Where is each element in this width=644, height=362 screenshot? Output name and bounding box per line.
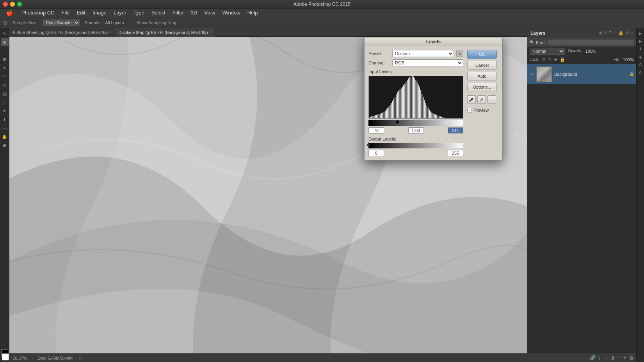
right-icon-6[interactable]: A <box>637 69 644 76</box>
svg-rect-34 <box>408 78 409 118</box>
menu-help[interactable]: Help <box>244 9 261 16</box>
menu-3d[interactable]: 3D <box>188 9 201 16</box>
output-white-slider[interactable] <box>461 142 465 146</box>
input-black-value[interactable] <box>368 127 384 134</box>
layer-thumbnail-background <box>536 66 552 82</box>
channel-select[interactable]: RGB <box>392 59 463 66</box>
input-midtone-slider[interactable] <box>414 119 418 123</box>
white-point-eyedropper[interactable] <box>487 95 496 104</box>
menu-view[interactable]: View <box>201 9 218 16</box>
sample-size-select[interactable]: Point Sample <box>43 19 80 26</box>
input-slider-track[interactable] <box>368 120 463 126</box>
preset-select[interactable]: Custom <box>392 50 454 57</box>
menu-file[interactable]: File <box>59 9 73 16</box>
menu-edit[interactable]: Edit <box>74 9 89 16</box>
close-button[interactable] <box>3 2 8 7</box>
tab-displace-map[interactable]: Displace Map @ 66.7% (Background, RGB/8#… <box>115 28 215 37</box>
brush-tool[interactable]: ✎ <box>1 64 9 72</box>
blend-mode-select[interactable]: Normal <box>530 48 565 55</box>
link-layers-icon[interactable]: 🔗 <box>590 355 596 360</box>
cancel-button[interactable]: Cancel <box>467 61 497 70</box>
black-point-eyedropper[interactable] <box>467 95 476 104</box>
layers-icon-4[interactable]: ⊕ <box>613 30 617 36</box>
text-tool[interactable]: T <box>1 116 9 123</box>
svg-rect-46 <box>423 97 423 118</box>
eyedropper-tool[interactable]: ⊕ <box>1 38 9 46</box>
right-icon-3[interactable]: ℹ <box>637 45 644 52</box>
gray-point-eyedropper[interactable] <box>477 95 486 104</box>
right-icon-5[interactable]: A <box>637 61 644 68</box>
menu-window[interactable]: Window <box>219 9 243 16</box>
auto-button[interactable]: Auto <box>467 72 497 80</box>
input-white-value[interactable] <box>448 127 463 134</box>
svg-rect-36 <box>411 77 411 118</box>
layer-row-background[interactable]: 👁 Background 🔒 <box>527 64 636 84</box>
pen-tool[interactable]: ✒ <box>1 107 9 115</box>
ok-button[interactable]: OK <box>467 50 497 59</box>
layers-icon-3[interactable]: T <box>609 30 612 36</box>
menu-image[interactable]: Image <box>89 9 110 16</box>
layers-icon-6[interactable]: ⚙ <box>625 30 629 36</box>
crop-tool[interactable]: ⊡ <box>1 55 9 63</box>
tab-label-blue-sheet: Blue Sheet.jpg @ 66.7% (Background, RGB/… <box>16 30 108 35</box>
delete-layer-icon[interactable]: 🗑 <box>629 355 634 360</box>
output-slider-track[interactable] <box>368 143 463 148</box>
right-icon-4[interactable]: ◈ <box>637 53 644 60</box>
add-style-icon[interactable]: ƒ <box>599 355 601 360</box>
dodge-tool[interactable]: ○ <box>1 98 9 106</box>
clone-tool[interactable]: ⌥ <box>1 73 9 80</box>
menu-filter[interactable]: Filter <box>169 9 187 16</box>
layers-icon-5[interactable]: 🔒 <box>618 30 624 36</box>
toolbar: ⊕ Sample Size: Point Sample Sample: All … <box>0 17 644 28</box>
right-icon-2[interactable]: ▶ <box>637 37 644 45</box>
layers-icon-2[interactable]: ✎ <box>604 30 607 36</box>
menu-type[interactable]: Type <box>130 9 148 16</box>
lock-artboard-icon[interactable]: ⊕ <box>554 57 557 62</box>
maximize-button[interactable] <box>17 2 22 7</box>
input-black-slider[interactable] <box>395 119 399 123</box>
layer-eye-background[interactable]: 👁 <box>530 72 534 77</box>
output-white-value[interactable] <box>448 150 463 156</box>
layers-collapse[interactable]: ≡ <box>631 30 633 36</box>
eraser-tool[interactable]: ◻ <box>1 81 9 89</box>
background-color[interactable] <box>2 353 9 360</box>
gradient-tool[interactable]: ▤ <box>1 90 9 98</box>
preview-checkbox[interactable]: ✓ <box>467 108 472 112</box>
adjustment-layer-icon[interactable]: ◑ <box>610 355 614 360</box>
group-layers-icon[interactable]: □ <box>617 355 620 360</box>
menu-layer[interactable]: Layer <box>110 9 130 16</box>
layers-search-bar: 🔍 Kind <box>527 38 636 47</box>
add-mask-icon[interactable]: ○ <box>604 355 607 360</box>
right-icon-1[interactable]: ▶ <box>637 30 644 37</box>
hand-tool[interactable]: ✋ <box>1 133 9 141</box>
lock-icons-group: ⊡ ✎ ⊕ 🔒 <box>542 57 565 62</box>
lock-pixels-icon[interactable]: ⊡ <box>542 57 546 62</box>
output-values-row <box>368 150 463 156</box>
options-button[interactable]: Options... <box>467 83 497 91</box>
layer-name-background: Background <box>554 72 627 77</box>
input-midtone-value[interactable] <box>408 127 424 134</box>
layers-search-input[interactable] <box>548 39 634 46</box>
menu-photoshop[interactable]: Photoshop CC <box>18 9 58 16</box>
zoom-tool[interactable]: ⊕ <box>1 141 9 149</box>
preset-gear-button[interactable]: ⚙ <box>456 50 463 57</box>
new-layer-icon[interactable]: + <box>623 355 626 360</box>
svg-rect-5 <box>372 116 373 118</box>
layers-icon-1[interactable]: ⊞ <box>599 30 602 36</box>
menu-select[interactable]: Select <box>148 9 169 16</box>
lock-all-icon[interactable]: 🔒 <box>560 57 565 62</box>
histogram-container <box>368 76 463 119</box>
tab-blue-sheet[interactable]: Blue Sheet.jpg @ 66.7% (Background, RGB/… <box>9 28 115 37</box>
output-black-slider[interactable] <box>366 142 370 146</box>
tab-close-blue-sheet[interactable]: × <box>109 30 112 34</box>
output-black-value[interactable] <box>368 150 384 156</box>
svg-rect-2 <box>369 118 370 118</box>
lock-move-icon[interactable]: ✎ <box>548 57 551 62</box>
tab-close-displace-map[interactable]: × <box>210 30 212 34</box>
apple-menu[interactable]: 🍎 <box>3 9 16 17</box>
lasso-tool[interactable]: ⌒ <box>1 47 9 55</box>
shape-tool[interactable]: ▭ <box>1 124 9 132</box>
move-tool[interactable]: ↖ <box>1 30 9 37</box>
minimize-button[interactable] <box>10 2 15 7</box>
input-white-slider[interactable] <box>445 119 449 123</box>
